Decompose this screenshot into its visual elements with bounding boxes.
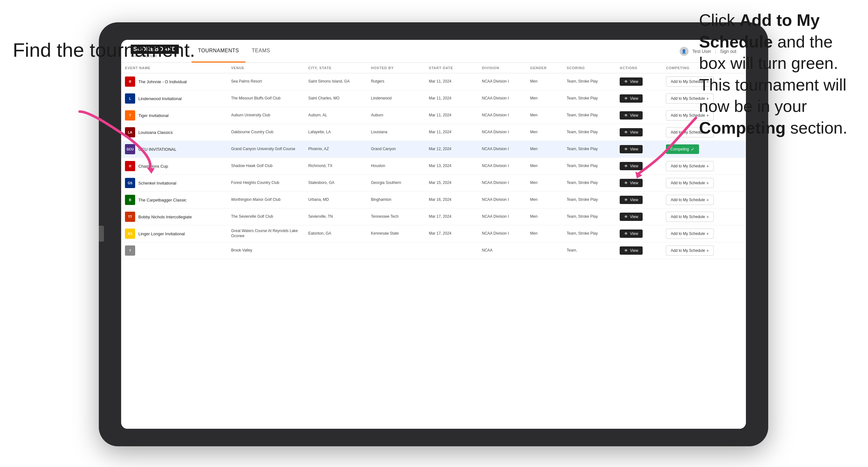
scoring-cell: Team, Stroke Play [563,158,616,175]
hosted-by-cell: Tennessee Tech [367,209,425,225]
event-name-text: Schenkel Invitational [138,181,176,186]
arrow-right-icon [626,115,702,179]
col-header-event: EVENT NAME [121,63,227,73]
add-schedule-label: Add to My Schedule [671,198,705,202]
eye-icon: 👁 [624,80,628,84]
venue-cell: Sea Palms Resort [227,73,304,90]
annotation-competing-bold: Competing [699,119,786,137]
division-cell: NCAA Division I [478,225,526,242]
gender-cell: Men [526,90,563,107]
actions-cell: 👁 View [616,209,662,225]
table-row: R The Johnnie - O Individual Sea Palms R… [121,73,746,90]
city-cell: Saint Simons Island, GA [304,73,367,90]
view-button[interactable]: 👁 View [620,196,643,204]
arrow-left-icon [70,105,159,175]
venue-cell: Forest Heights Country Club [227,175,304,192]
gender-cell [526,242,563,259]
col-header-hosted: HOSTED BY [367,63,425,73]
table-row: KS Linger Longer Invitational Great Wate… [121,225,746,242]
view-button[interactable]: 👁 View [620,179,643,187]
scoring-cell: Team, Stroke Play [563,175,616,192]
hosted-by-cell: Grand Canyon [367,141,425,158]
add-schedule-label: Add to My Schedule [671,231,705,236]
view-button[interactable]: 👁 View [620,94,643,103]
event-name-cell: KS Linger Longer Invitational [125,228,223,239]
scoring-cell: Team, Stroke Play [563,124,616,141]
venue-cell: Shadow Hawk Golf Club [227,158,304,175]
col-header-gender: GENDER [526,63,563,73]
gender-cell: Men [526,209,563,225]
start-date-cell: Mar 13, 2024 [425,158,478,175]
event-name-cell: L Lindenwood Invitational [125,93,223,103]
tab-teams[interactable]: TEAMS [245,40,277,62]
add-schedule-label: Add to My Schedule [671,181,705,185]
gender-cell: Men [526,141,563,158]
team-logo: B [125,195,135,205]
add-to-schedule-button[interactable]: Add to My Schedule + [666,245,714,256]
tablet-screen: SCOREBOARD Powered by clippd TOURNAMENTS… [121,40,746,429]
team-logo: ? [125,245,135,256]
venue-cell: Worthington Manor Golf Club [227,192,304,209]
scoring-cell: Team, Stroke Play [563,209,616,225]
table-row: L Lindenwood Invitational The Missouri B… [121,90,746,107]
event-name-text: Linger Longer Invitational [138,231,185,236]
add-to-schedule-button[interactable]: Add to My Schedule + [666,195,714,205]
add-to-schedule-button[interactable]: Add to My Schedule + [666,228,714,239]
city-cell [304,242,367,259]
event-name-cell: B The Carpetbagger Classic [125,195,223,205]
team-logo: GS [125,178,135,188]
gender-cell: Men [526,73,563,90]
plus-icon: + [706,197,709,203]
division-cell: NCAA Division I [478,209,526,225]
city-cell: Lafayette, LA [304,124,367,141]
start-date-cell: Mar 11, 2024 [425,73,478,90]
col-header-scoring: SCORING [563,63,616,73]
team-logo: KS [125,228,135,239]
event-name-cell: R The Johnnie - O Individual [125,76,223,87]
view-button[interactable]: 👁 View [620,229,643,238]
division-cell: NCAA Division I [478,175,526,192]
event-name-text: Lindenwood Invitational [138,96,182,101]
scoring-cell: Team, Stroke Play [563,141,616,158]
plus-icon: + [706,180,709,186]
eye-icon: 👁 [624,248,628,253]
tab-tournaments[interactable]: TOURNAMENTS [192,40,245,62]
division-cell: NCAA Division I [478,192,526,209]
eye-icon: 👁 [624,198,628,202]
scoring-cell: Team, Stroke Play [563,225,616,242]
city-cell: Eatonton, GA [304,225,367,242]
start-date-cell: Mar 12, 2024 [425,141,478,158]
hosted-by-cell: Auburn [367,107,425,124]
tablet-frame: SCOREBOARD Powered by clippd TOURNAMENTS… [99,22,768,446]
hosted-by-cell: Lindenwood [367,90,425,107]
city-cell: Auburn, AL [304,107,367,124]
user-avatar: 👤 [680,47,688,56]
add-schedule-label: Add to My Schedule [671,215,705,219]
city-cell: Phoenix, AZ [304,141,367,158]
gender-cell: Men [526,107,563,124]
gender-cell: Men [526,124,563,141]
city-cell: Urbana, MD [304,192,367,209]
city-cell: Saint Charles, MO [304,90,367,107]
gender-cell: Men [526,175,563,192]
division-cell: NCAA Division I [478,141,526,158]
view-button[interactable]: 👁 View [620,77,643,86]
start-date-cell: Mar 11, 2024 [425,124,478,141]
team-logo: R [125,76,135,87]
start-date-cell: Mar 16, 2024 [425,192,478,209]
scoring-cell: Team, Stroke Play [563,107,616,124]
add-schedule-label: Add to My Schedule [671,248,705,253]
view-button[interactable]: 👁 View [620,246,643,255]
event-name-text: The Johnnie - O Individual [138,80,187,84]
add-to-schedule-button[interactable]: Add to My Schedule + [666,212,714,222]
col-header-date: START DATE [425,63,478,73]
hosted-by-cell: Houston [367,158,425,175]
division-cell: NCAA Division I [478,73,526,90]
venue-cell: Brook Valley [227,242,304,259]
add-to-schedule-button[interactable]: Add to My Schedule + [666,178,714,188]
gender-cell: Men [526,158,563,175]
hosted-by-cell [367,242,425,259]
team-logo: TT [125,212,135,222]
plus-icon: + [706,163,709,168]
view-button[interactable]: 👁 View [620,213,643,221]
